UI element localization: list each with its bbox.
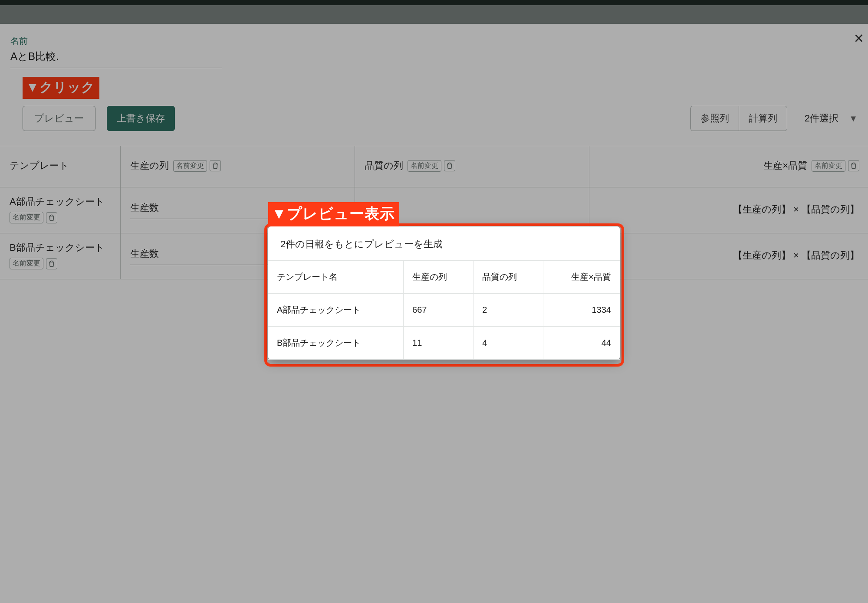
popup-header: 2件の日報をもとにプレビューを生成 bbox=[268, 226, 620, 260]
table-row: B部品チェックシート 11 4 44 bbox=[268, 327, 620, 360]
row-a-formula: 【生産の列】 × 【品質の列】 bbox=[733, 203, 859, 216]
select-count-label: 2件選択 bbox=[805, 113, 838, 124]
header-col1-label: 生産の列 bbox=[130, 159, 169, 172]
segment-ref-column[interactable]: 参照列 bbox=[691, 106, 739, 131]
rename-button[interactable]: 名前変更 bbox=[10, 212, 43, 223]
header-template: テンプレート bbox=[0, 146, 121, 187]
template-b-label: B部品チェックシート bbox=[10, 241, 105, 254]
table-header-row: テンプレート名 生産の列 品質の列 生産×品質 bbox=[268, 261, 620, 294]
cell-c1: 667 bbox=[404, 294, 473, 327]
col-product: 生産×品質 bbox=[543, 261, 620, 294]
rename-button[interactable]: 名前変更 bbox=[812, 160, 845, 172]
trash-icon[interactable] bbox=[848, 160, 859, 171]
name-input[interactable]: AとB比較. bbox=[10, 47, 222, 68]
cell-c3: 1334 bbox=[543, 294, 620, 327]
select-count-dropdown[interactable]: 2件選択 ▼ bbox=[805, 112, 858, 125]
header-area: 名前 AとB比較. ▼クリック bbox=[0, 24, 868, 99]
trash-icon[interactable] bbox=[210, 160, 221, 171]
rename-button[interactable]: 名前変更 bbox=[173, 160, 207, 172]
header-col3-label: 生産×品質 bbox=[763, 159, 807, 172]
header-col1: 生産の列 名前変更 bbox=[121, 146, 355, 187]
cell-c3: 44 bbox=[543, 327, 620, 360]
header-col2: 品質の列 名前変更 bbox=[355, 146, 589, 187]
header-col3: 生産×品質 名前変更 bbox=[589, 146, 868, 187]
app-top-strip bbox=[0, 0, 868, 5]
table-row: A部品チェックシート 667 2 1334 bbox=[268, 294, 620, 327]
close-icon[interactable]: × bbox=[854, 30, 864, 46]
preview-button[interactable]: プレビュー bbox=[23, 106, 95, 131]
template-a-label: A部品チェックシート bbox=[10, 195, 105, 208]
col-quality: 品質の列 bbox=[473, 261, 543, 294]
annotation-click-label: ▼クリック bbox=[23, 77, 99, 99]
template-row-a-formula: 【生産の列】 × 【品質の列】 bbox=[589, 187, 868, 233]
col-production: 生産の列 bbox=[404, 261, 473, 294]
toolbar: プレビュー 上書き保存 参照列 計算列 2件選択 ▼ bbox=[0, 99, 868, 146]
template-row-a-name: A部品チェックシート 名前変更 bbox=[0, 187, 121, 233]
annotation-preview-label: ▼プレビュー表示 bbox=[268, 202, 399, 226]
preview-table: テンプレート名 生産の列 品質の列 生産×品質 A部品チェックシート 667 2… bbox=[268, 260, 620, 360]
rename-button[interactable]: 名前変更 bbox=[408, 160, 441, 172]
template-row-b-name: B部品チェックシート 名前変更 bbox=[0, 233, 121, 279]
cell-name: A部品チェックシート bbox=[268, 294, 404, 327]
header-template-label: テンプレート bbox=[10, 159, 69, 172]
col-template-name: テンプレート名 bbox=[268, 261, 404, 294]
app-gray-bar bbox=[0, 5, 868, 24]
column-type-segment: 参照列 計算列 bbox=[690, 106, 787, 131]
cell-name: B部品チェックシート bbox=[268, 327, 404, 360]
segment-calc-column[interactable]: 計算列 bbox=[739, 106, 787, 131]
row-b-formula: 【生産の列】 × 【品質の列】 bbox=[733, 249, 859, 262]
cell-c2: 4 bbox=[473, 327, 543, 360]
save-button[interactable]: 上書き保存 bbox=[107, 106, 175, 131]
preview-popup: 2件の日報をもとにプレビューを生成 テンプレート名 生産の列 品質の列 生産×品… bbox=[268, 226, 620, 360]
trash-icon[interactable] bbox=[46, 258, 57, 269]
name-label: 名前 bbox=[10, 35, 858, 47]
chevron-down-icon: ▼ bbox=[849, 114, 858, 123]
header-col2-label: 品質の列 bbox=[365, 159, 403, 172]
template-row-b-formula: 【生産の列】 × 【品質の列】 bbox=[589, 233, 868, 279]
cell-c2: 2 bbox=[473, 294, 543, 327]
trash-icon[interactable] bbox=[444, 160, 455, 171]
trash-icon[interactable] bbox=[46, 212, 57, 223]
cell-c1: 11 bbox=[404, 327, 473, 360]
rename-button[interactable]: 名前変更 bbox=[10, 258, 43, 269]
